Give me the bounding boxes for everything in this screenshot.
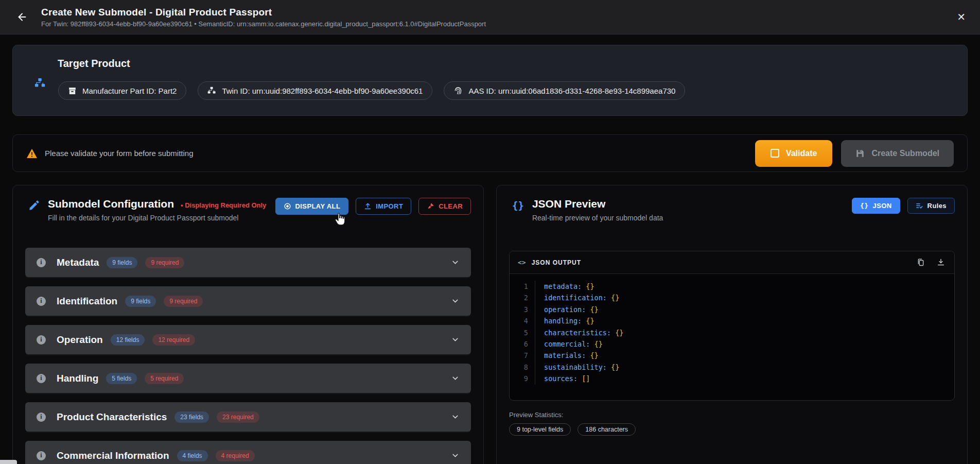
chevron-down-icon <box>451 297 460 305</box>
info-icon: i <box>37 374 46 383</box>
modal-header: Create New Submodel - Digital Product Pa… <box>0 0 980 35</box>
section-title: Identification <box>57 296 117 307</box>
required-badge: 23 required <box>217 411 259 423</box>
tab-rules[interactable]: Rules <box>907 198 955 214</box>
tab-rules-label: Rules <box>927 202 947 210</box>
save-icon <box>855 149 865 158</box>
form-panel-subtitle: Fill in the details for your Digital Pro… <box>48 214 266 222</box>
display-all-button[interactable]: DISPLAY ALL <box>275 198 349 215</box>
create-submodel-button-label: Create Submodel <box>871 149 939 158</box>
sitemap-accent-icon <box>34 78 46 89</box>
fields-badge: 9 fields <box>125 296 156 307</box>
json-panel-subtitle: Real-time preview of your submodel data <box>532 214 663 222</box>
submodel-configuration-panel: Submodel Configuration • Displaying Requ… <box>12 185 484 464</box>
target-product-chips: Manufacturer Part ID: Part2 Twin ID: urn… <box>58 81 955 100</box>
eye-icon <box>284 202 291 210</box>
page-subtitle: For Twin: 982ff893-6034-4ebb-bf90-9a60ee… <box>41 20 486 28</box>
sitemap-icon <box>207 87 216 95</box>
section-row-product-characteristics[interactable]: i Product Characteristics 23 fields 23 r… <box>25 402 471 432</box>
copy-icon <box>917 258 925 267</box>
inventory-icon <box>68 87 77 95</box>
chevron-down-icon <box>451 413 460 421</box>
fields-badge: 12 fields <box>111 334 145 346</box>
required-badge: 9 required <box>164 296 203 307</box>
clear-button[interactable]: CLEAR <box>418 198 471 215</box>
checkbox-square-icon <box>771 149 779 158</box>
code-line: 9sources: [] <box>510 373 954 384</box>
required-badge: 9 required <box>145 257 184 268</box>
tab-json[interactable]: {} JSON <box>852 198 900 214</box>
section-row-metadata[interactable]: i Metadata 9 fields 9 required <box>25 248 471 277</box>
section-accordion-list: i Metadata 9 fields 9 required i Identif… <box>25 248 471 464</box>
info-icon: i <box>37 258 46 267</box>
page-title: Create New Submodel - Digital Product Pa… <box>41 7 486 18</box>
validation-message: Please validate your form before submitt… <box>45 149 193 158</box>
json-output-block: <> JSON OUTPUT <box>509 251 955 401</box>
manufacturer-part-chip-label: Manufacturer Part ID: Part2 <box>82 87 177 95</box>
import-button-label: IMPORT <box>376 202 403 210</box>
stat-characters: 186 characters <box>577 423 636 436</box>
required-only-note: • Displaying Required Only <box>181 201 266 209</box>
twin-id-chip-label: Twin ID: urn:uuid:982ff893-6034-4ebb-bf9… <box>222 87 423 95</box>
import-button[interactable]: IMPORT <box>356 198 411 215</box>
info-icon: i <box>37 297 46 306</box>
warning-icon <box>26 148 38 159</box>
section-title: Metadata <box>57 257 99 268</box>
section-title: Product Characteristics <box>57 411 167 423</box>
code-line: 3operation: {} <box>510 304 954 315</box>
copy-button[interactable] <box>916 257 926 268</box>
section-title: Operation <box>57 334 103 346</box>
json-code-area: 1metadata: {} 2identification: {} 3opera… <box>510 274 954 400</box>
stat-top-level-fields: 9 top-level fields <box>509 423 571 436</box>
back-button[interactable] <box>14 9 30 25</box>
brush-icon <box>427 202 434 210</box>
info-icon: i <box>37 413 46 422</box>
aas-id-chip-label: AAS ID: urn:uuid:06ad1836-d331-4268-8e93… <box>468 87 675 95</box>
section-title: Commercial Information <box>57 450 169 461</box>
form-panel-title: Submodel Configuration <box>48 198 174 210</box>
required-badge: 4 required <box>216 450 255 461</box>
rules-checklist-icon <box>916 202 923 210</box>
chevron-down-icon <box>451 335 460 344</box>
target-product-title: Target Product <box>58 58 955 70</box>
required-badge: 12 required <box>152 334 195 346</box>
aas-id-chip: AAS ID: urn:uuid:06ad1836-d331-4268-8e93… <box>444 81 685 100</box>
pencil-icon <box>28 200 40 211</box>
section-row-identification[interactable]: i Identification 9 fields 9 required <box>25 286 471 316</box>
manufacturer-part-chip: Manufacturer Part ID: Part2 <box>58 81 186 100</box>
json-preview-panel: {} JSON Preview Real-time preview of you… <box>496 185 968 464</box>
code-line: 4handling: {} <box>510 315 954 326</box>
section-row-commercial-information[interactable]: i Commercial Information 4 fields 4 requ… <box>25 441 471 464</box>
create-submodel-button[interactable]: Create Submodel <box>841 140 954 167</box>
code-line: 7materials: {} <box>510 350 954 361</box>
upload-icon <box>364 202 372 210</box>
section-row-operation[interactable]: i Operation 12 fields 12 required <box>25 325 471 354</box>
section-title: Handling <box>57 373 98 384</box>
chevron-down-icon <box>451 374 460 383</box>
arrow-left-icon <box>16 11 28 23</box>
code-line: 5characteristics: {} <box>510 327 954 338</box>
target-product-card: Target Product Manufacturer Part ID: Par… <box>12 45 968 116</box>
json-panel-title: JSON Preview <box>532 198 605 210</box>
validation-bar: Please validate your form before submitt… <box>12 134 968 172</box>
clear-button-label: CLEAR <box>439 202 463 210</box>
close-icon: ✕ <box>957 11 966 23</box>
info-icon: i <box>37 335 46 345</box>
required-badge: 5 required <box>145 373 184 384</box>
validate-button[interactable]: Validate <box>755 140 832 167</box>
info-icon: i <box>37 451 46 460</box>
horizontal-scrollbar-thumb[interactable] <box>0 460 17 464</box>
section-row-handling[interactable]: i Handling 5 fields 5 required <box>25 364 471 393</box>
download-icon <box>937 258 945 267</box>
download-button[interactable] <box>936 257 946 268</box>
braces-icon: {} <box>860 202 868 210</box>
code-line: 1metadata: {} <box>510 281 954 292</box>
chevron-down-icon <box>451 451 460 460</box>
fields-badge: 23 fields <box>174 411 209 423</box>
close-button[interactable]: ✕ <box>957 12 966 22</box>
fields-badge: 9 fields <box>107 257 137 268</box>
code-icon: <> <box>518 259 526 266</box>
chevron-down-icon <box>451 258 460 267</box>
display-all-button-label: DISPLAY ALL <box>295 202 341 210</box>
fields-badge: 4 fields <box>177 450 208 461</box>
